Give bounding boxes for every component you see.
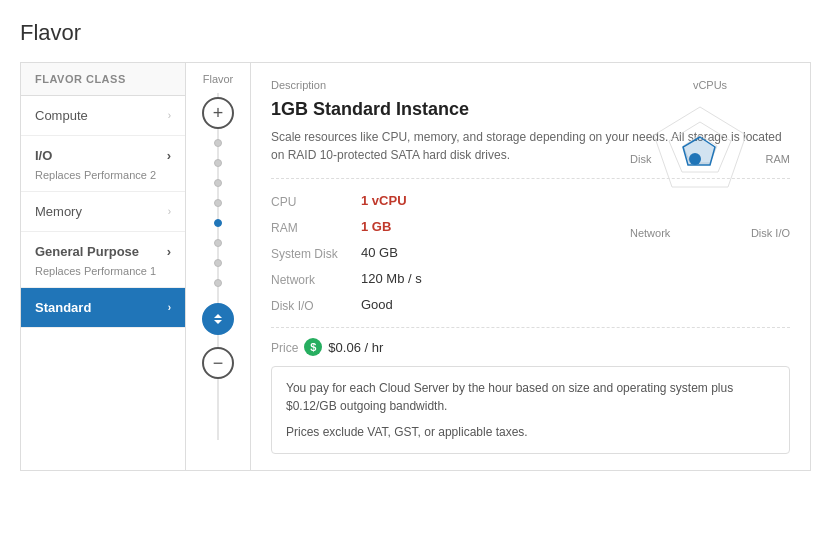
svg-point-6 — [689, 153, 701, 165]
page-title: Flavor — [20, 20, 811, 46]
sidebar-item-io-sublabel: Replaces Performance 2 — [21, 167, 185, 191]
spec-label-diskio: Disk I/O — [271, 297, 361, 313]
chevron-right-icon: › — [168, 302, 171, 313]
sidebar-item-general-group: General Purpose › Replaces Performance 1 — [21, 232, 185, 288]
chevron-right-icon: › — [167, 148, 171, 163]
add-flavor-button[interactable]: + — [202, 97, 234, 129]
tooltip-line2: Prices exclude VAT, GST, or applicable t… — [286, 423, 775, 441]
svg-marker-1 — [214, 320, 222, 324]
sidebar-item-standard-label: Standard — [35, 300, 91, 315]
chart-label-network: Network — [630, 227, 670, 239]
chevron-right-icon: › — [168, 206, 171, 217]
remove-flavor-button[interactable]: − — [202, 347, 234, 379]
sidebar-item-io[interactable]: I/O › — [21, 136, 185, 167]
svg-marker-0 — [214, 314, 222, 318]
radar-chart: vCPUs RAM Disk I/O Network Disk — [630, 79, 790, 239]
spec-value-disk: 40 GB — [361, 245, 790, 261]
spec-label-ram: RAM — [271, 219, 361, 235]
flavor-column: Flavor + − — [186, 63, 251, 470]
sidebar-item-general[interactable]: General Purpose › — [21, 232, 185, 263]
tooltip-line1: You pay for each Cloud Server by the hou… — [286, 379, 775, 415]
sidebar: Flavor Class Compute › I/O › Replaces Pe… — [21, 63, 186, 470]
chevron-right-icon: › — [167, 244, 171, 259]
spec-label-cpu: CPU — [271, 193, 361, 209]
flavor-node-5[interactable] — [214, 219, 222, 227]
sidebar-item-general-sublabel: Replaces Performance 1 — [21, 263, 185, 287]
spec-value-network: 120 Mb / s — [361, 271, 790, 287]
chart-label-vcpus: vCPUs — [693, 79, 727, 91]
chart-label-ram: RAM — [766, 153, 790, 165]
price-tooltip: You pay for each Cloud Server by the hou… — [271, 366, 790, 454]
scroll-flavor-button[interactable] — [202, 303, 234, 335]
chart-label-diskio: Disk I/O — [751, 227, 790, 239]
flavor-node-4[interactable] — [214, 199, 222, 207]
sidebar-item-standard[interactable]: Standard › — [21, 288, 185, 328]
radar-chart-svg — [640, 97, 760, 217]
sidebar-item-io-group: I/O › Replaces Performance 2 — [21, 136, 185, 192]
spec-label-disk: System Disk — [271, 245, 361, 261]
sidebar-header: Flavor Class — [21, 63, 185, 96]
flavor-node-1[interactable] — [214, 139, 222, 147]
sidebar-item-memory[interactable]: Memory › — [21, 192, 185, 232]
flavor-node-8[interactable] — [214, 279, 222, 287]
spec-value-price: $0.06 / hr — [328, 340, 383, 355]
up-down-icon — [211, 312, 225, 326]
flavor-col-header: Flavor — [203, 73, 234, 85]
description-panel: Description 1GB Standard Instance Scale … — [251, 63, 810, 470]
sidebar-item-io-label: I/O — [35, 148, 52, 163]
spec-value-diskio: Good — [361, 297, 790, 313]
chevron-right-icon: › — [168, 110, 171, 121]
sidebar-item-memory-label: Memory — [35, 204, 82, 219]
flavor-node-3[interactable] — [214, 179, 222, 187]
price-row: Price $ $0.06 / hr — [271, 338, 790, 356]
sidebar-item-compute[interactable]: Compute › — [21, 96, 185, 136]
spec-label-network: Network — [271, 271, 361, 287]
flavor-node-6[interactable] — [214, 239, 222, 247]
spec-label-price: Price — [271, 339, 298, 355]
price-icon: $ — [304, 338, 322, 356]
flavor-node-7[interactable] — [214, 259, 222, 267]
sidebar-item-general-label: General Purpose — [35, 244, 139, 259]
sidebar-item-compute-label: Compute — [35, 108, 88, 123]
flavor-node-2[interactable] — [214, 159, 222, 167]
